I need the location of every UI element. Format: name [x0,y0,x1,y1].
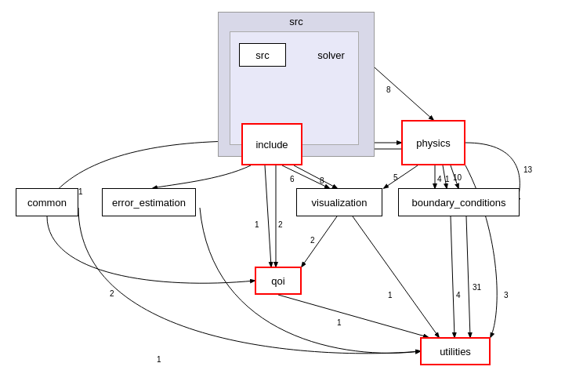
src-outer-label: src [289,16,302,27]
label-2-vis-qoi: 2 [310,236,315,245]
utilities-label: utilities [440,346,471,358]
error-estimation-label: error_estimation [112,197,186,209]
solver-label: solver [317,49,345,61]
label-8-top: 8 [386,85,391,94]
src-node: src [239,43,286,67]
label-3-util: 3 [504,291,509,299]
svg-line-14 [353,216,439,337]
diagram: 28 8 2 2 6 1 2 8 5 4 1 [0,0,565,392]
svg-line-7 [294,165,337,188]
svg-line-16 [466,216,470,337]
boundary-conditions-label: boundary_conditions [412,197,506,209]
label-1-bc: 1 [445,175,450,183]
error-estimation-node[interactable]: error_estimation [102,188,196,216]
label-1-vis-util: 1 [388,291,393,299]
label-4: 4 [437,175,442,183]
solver-label-container: solver [306,43,357,67]
label-8-mid: 8 [320,176,324,185]
label-31-util: 31 [473,283,482,292]
label-4-bc-util: 4 [456,291,461,299]
utilities-node[interactable]: utilities [420,337,491,365]
label-1-qoi: 1 [255,220,259,229]
include-label: include [255,139,288,151]
label-1-common-util: 1 [157,355,161,364]
label-5: 5 [393,173,398,182]
visualization-node[interactable]: visualization [296,188,382,216]
common-node[interactable]: common [16,188,78,216]
label-6: 6 [290,175,295,183]
physics-label: physics [416,137,450,149]
common-label: common [27,197,67,209]
label-13: 13 [523,165,533,174]
svg-line-13 [278,295,428,337]
qoi-label: qoi [271,275,284,287]
src-label: src [255,49,269,61]
include-node[interactable]: include [241,123,302,165]
label-10: 10 [453,173,462,182]
svg-line-12 [302,216,337,267]
physics-node[interactable]: physics [401,120,465,165]
visualization-label: visualization [312,197,368,209]
qoi-node[interactable]: qoi [255,267,302,295]
label-1-qoi-util: 1 [337,318,342,327]
label-1-common: 1 [78,187,83,196]
svg-line-5 [265,165,271,267]
svg-line-8 [384,165,418,188]
label-2-common-qoi: 2 [110,289,114,298]
boundary-conditions-node[interactable]: boundary_conditions [398,188,520,216]
svg-line-15 [451,216,455,337]
label-2-qoi: 2 [278,220,283,229]
